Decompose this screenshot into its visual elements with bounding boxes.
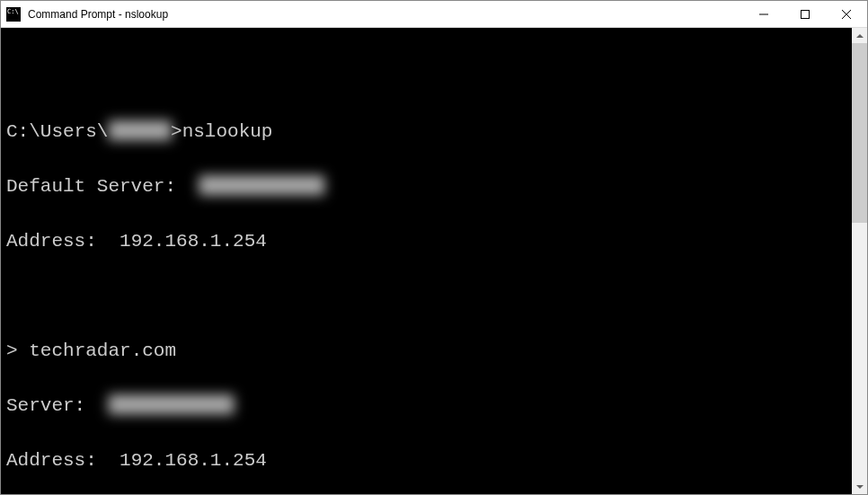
prompt-path: C:\Users\	[6, 121, 108, 142]
command-prompt-window: Command Prompt - nslookup C:\Users\█████…	[0, 0, 868, 495]
prompt-user-redacted: ██████	[108, 119, 171, 146]
blank-line-2	[6, 283, 846, 310]
maximize-button[interactable]	[784, 1, 826, 28]
address-value-1: 192.168.1.254	[120, 231, 267, 252]
address-label-2: Address:	[6, 450, 120, 471]
prompt-symbol: >	[171, 121, 182, 142]
svg-marker-5	[856, 485, 864, 489]
query-line: > techradar.com	[6, 338, 846, 365]
titlebar[interactable]: Command Prompt - nslookup	[1, 1, 867, 28]
scrollbar-thumb[interactable]	[852, 43, 867, 223]
close-button[interactable]	[826, 1, 867, 28]
server-redacted: ████████████	[108, 393, 233, 420]
svg-marker-4	[856, 34, 864, 38]
scroll-down-button[interactable]	[852, 479, 867, 494]
minimize-button[interactable]	[743, 1, 784, 28]
close-icon	[842, 10, 851, 19]
server-label: Server:	[6, 395, 108, 416]
address-value-2: 192.168.1.254	[120, 450, 267, 471]
prompt-line: C:\Users\██████>nslookup	[6, 119, 846, 146]
scroll-up-button[interactable]	[852, 28, 867, 43]
server-line: Server: ████████████	[6, 393, 846, 420]
window-title: Command Prompt - nslookup	[26, 8, 168, 21]
svg-rect-1	[802, 10, 810, 18]
chevron-down-icon	[856, 485, 864, 489]
chevron-up-icon	[856, 34, 864, 38]
terminal-output[interactable]: C:\Users\██████>nslookup Default Server:…	[1, 28, 852, 494]
content-area: C:\Users\██████>nslookup Default Server:…	[1, 28, 867, 494]
minimize-icon	[759, 10, 768, 19]
cmd-icon	[6, 7, 21, 22]
default-server-redacted: ████████████	[199, 173, 323, 200]
maximize-icon	[801, 10, 810, 19]
address-line-1: Address: 192.168.1.254	[6, 228, 846, 255]
address-label-1: Address:	[6, 231, 120, 252]
query-host: techradar.com	[29, 340, 176, 361]
command-text: nslookup	[182, 121, 273, 142]
address-line-2: Address: 192.168.1.254	[6, 447, 846, 474]
default-server-line: Default Server: ████████████	[6, 173, 846, 200]
default-server-label: Default Server:	[6, 176, 199, 197]
query-prompt: >	[6, 340, 29, 361]
blank-line	[6, 64, 846, 91]
vertical-scrollbar[interactable]	[852, 28, 867, 494]
